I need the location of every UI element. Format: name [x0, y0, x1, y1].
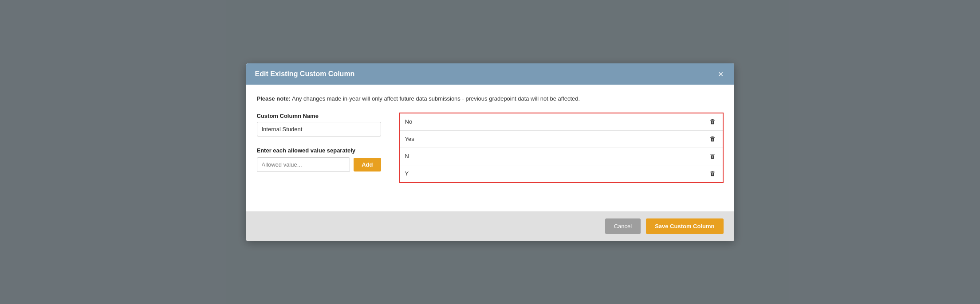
- notice-body: Any changes made in-year will only affec…: [292, 95, 580, 102]
- notice-text: Please note: Any changes made in-year wi…: [257, 95, 724, 102]
- add-value-section: Enter each allowed value separately Add: [257, 147, 381, 172]
- notice-bold: Please note:: [257, 95, 291, 102]
- close-button[interactable]: ×: [716, 70, 725, 78]
- modal-header: Edit Existing Custom Column ×: [246, 63, 734, 85]
- svg-rect-4: [711, 136, 713, 136]
- svg-rect-14: [712, 173, 712, 175]
- values-list-wrapper: No Yes N Y: [399, 113, 724, 183]
- save-button[interactable]: Save Custom Column: [646, 218, 723, 234]
- table-row: Yes: [400, 131, 723, 148]
- form-layout: Custom Column Name Enter each allowed va…: [257, 113, 724, 183]
- add-value-button[interactable]: Add: [354, 158, 381, 171]
- modal-overlay: Edit Existing Custom Column × Please not…: [0, 0, 980, 304]
- value-text: Yes: [405, 136, 414, 142]
- svg-rect-8: [711, 153, 713, 154]
- form-right: No Yes N Y: [399, 113, 724, 183]
- add-value-row: Add: [257, 157, 381, 172]
- values-scroll-area[interactable]: No Yes N Y: [400, 113, 723, 182]
- modal-title: Edit Existing Custom Column: [255, 70, 355, 78]
- svg-rect-3: [712, 121, 713, 123]
- table-row: N: [400, 148, 723, 165]
- svg-rect-1: [710, 120, 715, 120]
- value-text: N: [405, 153, 409, 160]
- column-name-input[interactable]: [257, 122, 381, 136]
- svg-rect-15: [712, 173, 713, 175]
- table-row: Y: [400, 165, 723, 182]
- svg-rect-13: [710, 171, 715, 172]
- svg-rect-11: [712, 156, 713, 158]
- svg-rect-9: [710, 154, 715, 155]
- cancel-button[interactable]: Cancel: [605, 218, 641, 234]
- svg-rect-10: [712, 156, 712, 158]
- spacer: [257, 183, 724, 201]
- delete-value-button[interactable]: [708, 135, 717, 143]
- modal-body: Please note: Any changes made in-year wi…: [246, 85, 734, 201]
- svg-rect-12: [711, 171, 713, 171]
- svg-rect-0: [711, 119, 713, 119]
- delete-value-button[interactable]: [708, 118, 717, 126]
- form-left: Custom Column Name Enter each allowed va…: [257, 113, 381, 172]
- svg-rect-5: [710, 137, 715, 137]
- delete-value-button[interactable]: [708, 152, 717, 160]
- value-text: No: [405, 118, 413, 125]
- delete-value-button[interactable]: [708, 170, 717, 178]
- table-row: No: [400, 113, 723, 131]
- allowed-values-label: Enter each allowed value separately: [257, 147, 381, 154]
- modal: Edit Existing Custom Column × Please not…: [246, 63, 734, 241]
- svg-rect-2: [712, 121, 712, 123]
- svg-rect-6: [712, 138, 712, 140]
- allowed-value-input[interactable]: [257, 157, 350, 172]
- value-text: Y: [405, 170, 409, 177]
- svg-rect-7: [712, 138, 713, 140]
- column-name-label: Custom Column Name: [257, 113, 381, 119]
- modal-footer: Cancel Save Custom Column: [246, 211, 734, 241]
